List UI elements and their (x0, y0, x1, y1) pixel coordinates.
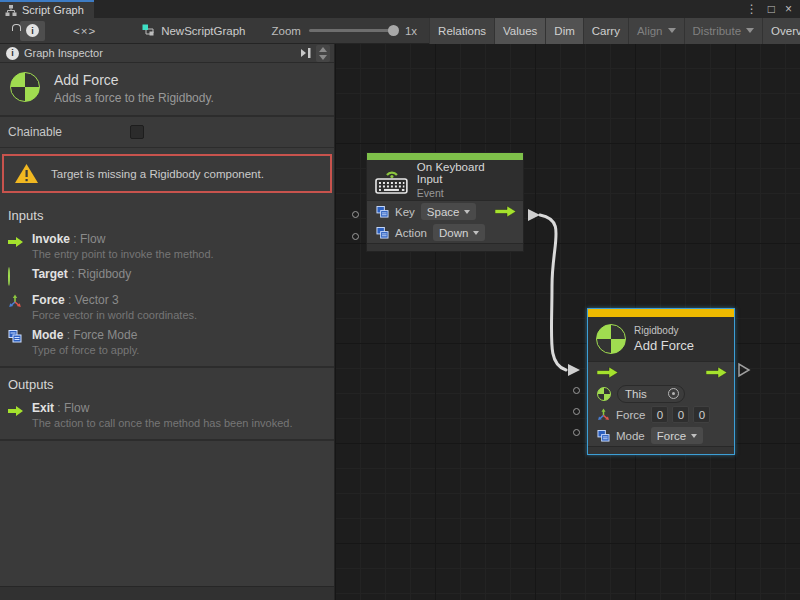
rigidbody-icon (596, 324, 626, 354)
scroll-up-icon[interactable] (319, 47, 327, 52)
mode-input-port[interactable] (573, 429, 580, 436)
tab-label: Script Graph (22, 4, 84, 16)
info-icon: i (26, 24, 39, 37)
dock-panel-icon[interactable] (300, 47, 312, 59)
chevron-down-icon (473, 231, 479, 235)
window-maximize-icon[interactable]: □ (768, 1, 775, 17)
node-supertitle: Rigidbody (634, 325, 694, 336)
force-z-field[interactable]: 0 (693, 406, 710, 423)
zoom-control: Zoom 1x (272, 25, 418, 37)
inspector-toggle-button[interactable]: i (20, 21, 45, 41)
enum-icon (376, 206, 389, 218)
exit-output-port[interactable] (706, 367, 728, 378)
mode-row: Mode Force (588, 425, 734, 446)
action-dropdown[interactable]: Down (433, 224, 485, 241)
target-row: This (588, 383, 734, 404)
outputs-section: Outputs Exit : Flow The action to call o… (0, 368, 334, 441)
connection-start-arrow[interactable] (528, 209, 540, 221)
force-input-port[interactable] (573, 408, 580, 415)
values-button[interactable]: Values (494, 18, 545, 44)
key-dropdown[interactable]: Space (421, 203, 477, 220)
unit-header: Add Force Adds a force to the Rigidbody. (0, 63, 334, 117)
chevron-down-icon (668, 28, 676, 33)
port-item-invoke: Invoke : Flow The entry point to invoke … (0, 227, 334, 262)
target-input-port[interactable] (573, 387, 580, 394)
key-input-port[interactable] (352, 211, 359, 218)
inspector-header: i Graph Inspector (0, 44, 334, 63)
chevron-down-icon (746, 28, 754, 33)
carry-button[interactable]: Carry (583, 18, 628, 44)
node-subtitle: Event (417, 187, 513, 199)
chevron-down-icon (464, 210, 470, 214)
graph-name-group: NewScriptGraph (142, 24, 245, 37)
window-controls: ⋮ □ × (746, 0, 800, 18)
port-item-mode: Mode : Force Mode Type of force to apply… (0, 323, 334, 358)
rigidbody-icon (597, 387, 611, 401)
relations-button[interactable]: Relations (429, 18, 494, 44)
action-input-port[interactable] (352, 233, 359, 240)
chainable-checkbox[interactable] (130, 125, 144, 139)
zoom-slider[interactable] (309, 29, 397, 32)
force-x-field[interactable]: 0 (651, 406, 668, 423)
node-footer (588, 446, 734, 454)
port-item-target: Target : Rigidbody (0, 262, 334, 288)
node-add-force[interactable]: Rigidbody Add Force This (587, 308, 735, 455)
port-item-exit: Exit : Flow The action to call once the … (0, 396, 334, 431)
panel-bottom-strip (0, 586, 334, 600)
exit-port-triangle[interactable] (739, 364, 749, 376)
window-menu-icon[interactable]: ⋮ (746, 1, 758, 17)
enum-icon (597, 430, 610, 442)
object-picker-icon[interactable] (668, 388, 679, 399)
action-label: Action (395, 227, 427, 239)
node-body: Key Space Action (367, 200, 523, 243)
node-title: On Keyboard Input (417, 161, 513, 185)
script-graph-asset-icon (142, 24, 156, 37)
vector3-icon (8, 294, 22, 308)
distribute-button[interactable]: Distribute (684, 18, 763, 44)
rigidbody-icon (10, 72, 40, 102)
code-preview-button[interactable]: <×> (67, 21, 102, 41)
zoom-slider-handle[interactable] (388, 25, 399, 36)
chainable-label: Chainable (8, 125, 130, 139)
overview-button[interactable]: Overview (762, 18, 800, 44)
node-on-keyboard-input[interactable]: On Keyboard Input Event Key Space (366, 152, 524, 252)
node-title: Add Force (634, 338, 694, 353)
port-item-force: Force : Vector 3 Force vector in world c… (0, 288, 334, 323)
align-button[interactable]: Align (628, 18, 684, 44)
scroll-spinner[interactable] (316, 45, 330, 62)
scroll-down-icon[interactable] (319, 55, 327, 60)
zoom-value: 1x (405, 25, 417, 37)
invoke-input-port[interactable] (597, 367, 619, 378)
force-y-field[interactable]: 0 (672, 406, 689, 423)
node-header: Rigidbody Add Force (588, 317, 734, 361)
flow-connection-wire[interactable] (540, 215, 566, 370)
trigger-output-port[interactable] (495, 206, 517, 217)
graph-toolbar: i <×> NewScriptGraph Zoom 1x Relations V… (0, 18, 800, 44)
rigidbody-icon (8, 267, 10, 286)
chevron-down-icon (691, 434, 697, 438)
connection-end-arrow[interactable] (568, 364, 580, 376)
graph-hierarchy-icon (5, 4, 17, 16)
zoom-label: Zoom (272, 25, 301, 37)
graph-canvas[interactable]: On Keyboard Input Event Key Space (335, 44, 800, 600)
unit-description: Adds a force to the Rigidbody. (54, 91, 214, 105)
force-row: Force 0 0 0 (588, 404, 734, 425)
graph-name-label: NewScriptGraph (161, 25, 245, 37)
toolbar-toggles: Relations Values Dim Carry Align Distrib… (429, 18, 800, 44)
force-label: Force (616, 409, 645, 421)
chainable-row: Chainable (0, 117, 334, 148)
window-close-icon[interactable]: × (785, 1, 792, 17)
tab-script-graph[interactable]: Script Graph (0, 0, 94, 18)
enum-icon (376, 227, 389, 239)
outputs-title: Outputs (0, 368, 334, 396)
vector3-icon (597, 408, 610, 421)
dim-button[interactable]: Dim (545, 18, 582, 44)
inputs-section: Inputs Invoke : Flow The entry point to … (0, 199, 334, 368)
flow-row (588, 362, 734, 383)
node-header: On Keyboard Input Event (367, 160, 523, 200)
warning-box: Target is missing a Rigidbody component. (2, 154, 332, 193)
key-label: Key (395, 206, 415, 218)
warning-icon (14, 163, 39, 184)
target-field[interactable]: This (617, 385, 685, 403)
mode-dropdown[interactable]: Force (651, 427, 703, 444)
